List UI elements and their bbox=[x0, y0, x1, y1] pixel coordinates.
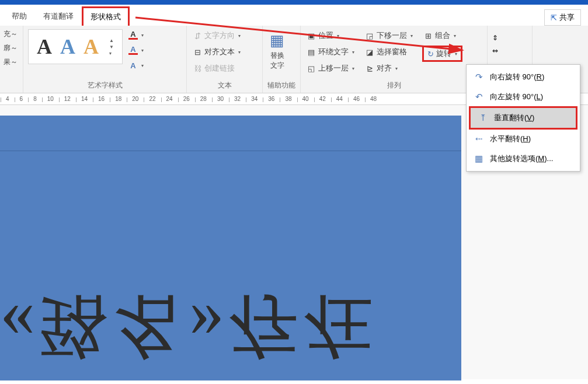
selection-pane-button[interactable]: ◪选择窗格 bbox=[364, 46, 414, 58]
ribbon-tabs: 帮助 有道翻译 形状格式 bbox=[0, 5, 588, 26]
rotate-dropdown: ↷ 向右旋转 90°(R) ↶ 向左旋转 90°(L) ⤒ 垂直翻转(V) ⤎ … bbox=[466, 64, 580, 172]
rotate-right-90-item[interactable]: ↷ 向右旋转 90°(R) bbox=[467, 67, 580, 87]
align-button[interactable]: ⊵对齐▾ bbox=[364, 62, 414, 75]
text-effects-icon: A bbox=[128, 61, 138, 70]
group-button[interactable]: ⊞组合▾ bbox=[422, 29, 462, 42]
share-label: 共享 bbox=[559, 12, 575, 23]
rotate-right-icon: ↷ bbox=[474, 72, 484, 82]
fill-btn[interactable]: 充～ bbox=[1, 28, 22, 40]
text-fill-button[interactable]: A▾ bbox=[127, 29, 145, 41]
rotate-button[interactable]: ↻ 旋转▾ bbox=[422, 46, 462, 62]
create-link-button[interactable]: ⛓创建链接 bbox=[192, 62, 242, 75]
height-icon: ⇕ bbox=[492, 34, 498, 42]
outline-btn[interactable]: 廓～ bbox=[1, 42, 22, 54]
text-direction-button[interactable]: ⇵文字方向▾ bbox=[192, 29, 242, 42]
divider-line bbox=[0, 151, 461, 151]
group-wordart-styles: A A A ▲▼▾ A▾ A▾ A▾ 艺术字样式 bbox=[23, 26, 187, 93]
text-outline-button[interactable]: A▾ bbox=[127, 44, 145, 56]
group-icon: ⊞ bbox=[423, 31, 433, 40]
width-input[interactable]: ⇔ bbox=[492, 47, 527, 55]
rotate-left-90-item[interactable]: ↶ 向左旋转 90°(L) bbox=[467, 87, 580, 107]
group-arrange: ▣位置▾ ▤环绕文字▾ ◱上移一层▾ ◲下移一层▾ ◪选择窗格 ⊵对齐▾ ⊞组合… bbox=[301, 26, 488, 93]
flip-horizontal-icon: ⤎ bbox=[474, 134, 484, 144]
rotate-left-icon: ↶ bbox=[474, 92, 484, 102]
forward-icon: ◱ bbox=[307, 64, 316, 73]
group-label-wordart: 艺术字样式 bbox=[28, 79, 182, 92]
position-icon: ▣ bbox=[307, 31, 316, 40]
link-icon: ⛓ bbox=[193, 64, 202, 73]
tab-translate[interactable]: 有道翻译 bbox=[35, 7, 82, 26]
rotate-icon: ↻ bbox=[427, 50, 434, 58]
flip-horizontal-item[interactable]: ⤎ 水平翻转(H) bbox=[467, 129, 580, 149]
tab-shape-format[interactable]: 形状格式 bbox=[82, 6, 130, 26]
wordart-style-2[interactable]: A bbox=[60, 34, 75, 59]
gallery-scroll[interactable]: ▲▼▾ bbox=[109, 38, 114, 56]
align-text-icon: ⊟ bbox=[193, 47, 202, 57]
wordart-gallery[interactable]: A A A ▲▼▾ bbox=[28, 29, 123, 64]
effect-btn[interactable]: 果～ bbox=[1, 56, 22, 68]
align-icon: ⊵ bbox=[365, 64, 374, 73]
align-text-button[interactable]: ⊟对齐文本▾ bbox=[192, 46, 242, 58]
wordart-style-3[interactable]: A bbox=[83, 34, 99, 59]
alt-text-icon: ▦ bbox=[270, 32, 284, 50]
share-button[interactable]: ⇱ 共享 bbox=[544, 9, 581, 26]
group-label-arrange: 排列 bbox=[305, 79, 482, 92]
backward-icon: ◲ bbox=[365, 31, 374, 40]
text-outline-icon: A bbox=[128, 46, 138, 55]
group-label-accessibility: 辅助功能 bbox=[267, 79, 295, 92]
height-input[interactable]: ⇕ bbox=[492, 34, 527, 42]
group-accessibility: ▦ 替换 文字 辅助功能 bbox=[263, 26, 301, 93]
group-label-text: 文本 bbox=[192, 79, 258, 92]
send-backward-button[interactable]: ◲下移一层▾ bbox=[364, 29, 414, 42]
shape-rectangle[interactable]: «臵名»存在 bbox=[0, 116, 461, 380]
wordart-text[interactable]: «臵名»存在 bbox=[0, 279, 378, 374]
wrap-text-button[interactable]: ▤环绕文字▾ bbox=[305, 46, 356, 58]
more-rotation-options-item[interactable]: ▦ 其他旋转选项(M)... bbox=[467, 149, 580, 169]
more-options-icon: ▦ bbox=[474, 153, 484, 164]
wordart-style-1[interactable]: A bbox=[37, 34, 52, 59]
flip-vertical-item[interactable]: ⤒ 垂直翻转(V) bbox=[469, 106, 577, 130]
width-icon: ⇔ bbox=[492, 47, 498, 55]
text-fill-icon: A bbox=[128, 30, 138, 40]
alt-text-button[interactable]: ▦ 替换 文字 bbox=[267, 29, 287, 73]
tab-help[interactable]: 帮助 bbox=[4, 7, 35, 26]
wrap-icon: ▤ bbox=[307, 47, 316, 57]
group-shape-fill: 充～ 廓～ 果～ bbox=[0, 26, 23, 93]
share-icon: ⇱ bbox=[551, 13, 557, 22]
bring-forward-button[interactable]: ◱上移一层▾ bbox=[305, 62, 356, 75]
select-pane-icon: ◪ bbox=[365, 47, 374, 57]
text-direction-icon: ⇵ bbox=[193, 31, 202, 40]
group-text: ⇵文字方向▾ ⊟对齐文本▾ ⛓创建链接 文本 bbox=[187, 26, 263, 93]
text-effects-button[interactable]: A▾ bbox=[127, 60, 145, 71]
flip-vertical-icon: ⤒ bbox=[478, 113, 488, 123]
position-button[interactable]: ▣位置▾ bbox=[305, 29, 356, 42]
